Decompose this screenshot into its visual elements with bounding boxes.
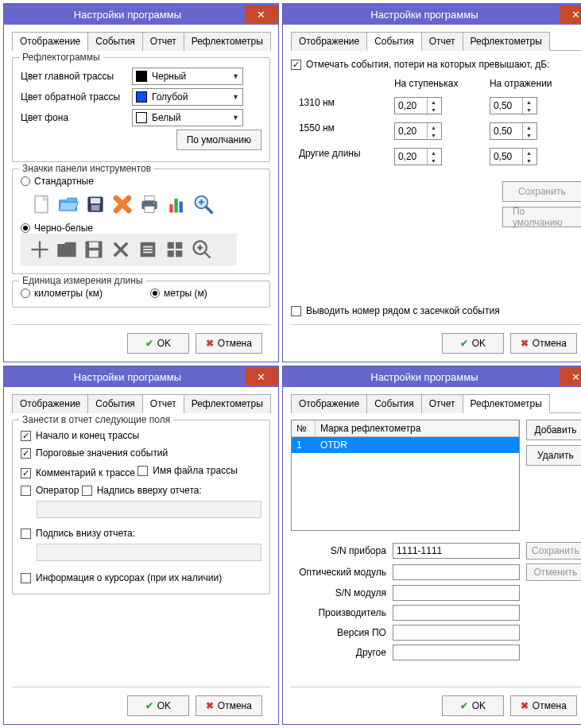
cancel-button[interactable]: ✖Отмена bbox=[510, 333, 577, 354]
checkbox-comment[interactable]: Комментарий к трассе bbox=[21, 467, 135, 478]
save-button[interactable]: Сохранить bbox=[502, 181, 581, 202]
delete-icon bbox=[110, 192, 135, 217]
spin-up-icon[interactable]: ▲ bbox=[428, 149, 440, 157]
delete-button[interactable]: Удалить bbox=[526, 445, 581, 466]
close-button[interactable]: ✕ bbox=[560, 368, 581, 385]
tab-refl[interactable]: Рефлектометры bbox=[463, 394, 550, 413]
spin-input[interactable] bbox=[395, 151, 427, 162]
spin-down-icon[interactable]: ▼ bbox=[523, 106, 535, 114]
svg-rect-30 bbox=[176, 250, 182, 257]
tab-events[interactable]: События bbox=[366, 394, 422, 413]
dropdown-main-color[interactable]: Черный ▼ bbox=[132, 68, 243, 85]
spinner-1550-refl[interactable]: ▲▼ bbox=[490, 122, 537, 140]
spin-input[interactable] bbox=[395, 100, 427, 111]
reflectometer-table[interactable]: № Марка рефлектометра 1 OTDR bbox=[291, 420, 520, 531]
dropdown-back-color[interactable]: Голубой ▼ bbox=[132, 88, 243, 106]
list-icon bbox=[137, 238, 159, 261]
input-version[interactable] bbox=[393, 625, 520, 641]
input-manufacturer[interactable] bbox=[393, 605, 520, 621]
svg-rect-5 bbox=[145, 196, 154, 201]
close-button[interactable]: ✕ bbox=[245, 6, 278, 23]
tab-refl[interactable]: Рефлектометры bbox=[463, 32, 550, 51]
table-row[interactable]: 1 OTDR bbox=[292, 437, 519, 453]
tab-report[interactable]: Отчет bbox=[142, 394, 184, 413]
checkbox-operator[interactable]: Оператор bbox=[21, 485, 79, 496]
radio-standard-icons[interactable]: Стандартные bbox=[21, 176, 94, 187]
titlebar[interactable]: Настройки программы ✕ bbox=[283, 4, 581, 25]
spin-down-icon[interactable]: ▼ bbox=[428, 106, 440, 114]
radio-km[interactable]: километры (км) bbox=[21, 288, 103, 299]
input-other[interactable] bbox=[393, 645, 520, 660]
defaults-button[interactable]: По умолчанию bbox=[176, 130, 261, 150]
tab-report[interactable]: Отчет bbox=[421, 394, 463, 413]
checkbox-cursor-info[interactable]: Информация о курсорах (при их наличии) bbox=[21, 572, 222, 583]
spinner-1310-refl[interactable]: ▲▼ bbox=[490, 97, 537, 114]
spin-input[interactable] bbox=[490, 126, 522, 137]
radio-bw-icons[interactable]: Черно-белые bbox=[21, 223, 93, 234]
spin-down-icon[interactable]: ▼ bbox=[523, 131, 535, 139]
tab-display[interactable]: Отображение bbox=[291, 394, 367, 413]
spin-down-icon[interactable]: ▼ bbox=[428, 131, 440, 139]
save-button[interactable]: Сохранить bbox=[526, 542, 581, 560]
ok-button[interactable]: ✔OK bbox=[442, 695, 504, 716]
checkbox-show-number[interactable]: Выводить номер рядом с засечкой события bbox=[291, 305, 581, 316]
titlebar[interactable]: Настройки программы ✕ bbox=[4, 366, 278, 387]
checkbox-filename[interactable]: Имя файла трассы bbox=[138, 465, 237, 476]
spin-up-icon[interactable]: ▲ bbox=[523, 98, 535, 106]
input-sn-device[interactable] bbox=[393, 543, 520, 559]
tab-display[interactable]: Отображение bbox=[12, 32, 88, 51]
radio-m[interactable]: метры (м) bbox=[150, 288, 207, 299]
dropdown-bg-color[interactable]: Белый ▼ bbox=[132, 109, 243, 126]
spinner-1310-step[interactable]: ▲▼ bbox=[394, 97, 442, 114]
tab-refl[interactable]: Рефлектометры bbox=[184, 32, 271, 51]
radio-label: метры (м) bbox=[164, 288, 207, 299]
cancel-button[interactable]: ✖Отмена bbox=[510, 695, 577, 716]
checkbox-label: Комментарий к трассе bbox=[36, 467, 135, 478]
tab-display[interactable]: Отображение bbox=[12, 394, 88, 413]
checkbox-start-end[interactable]: Начало и конец трассы bbox=[21, 430, 139, 441]
input-opt-module[interactable] bbox=[393, 564, 520, 580]
new-file-icon bbox=[29, 192, 54, 217]
input-sn-module[interactable] bbox=[393, 585, 520, 601]
add-button[interactable]: Добавить bbox=[526, 420, 581, 440]
cell-no: 1 bbox=[292, 437, 316, 453]
tab-display[interactable]: Отображение bbox=[291, 32, 367, 51]
defaults-button[interactable]: По умолчанию bbox=[502, 207, 581, 227]
tab-report[interactable]: Отчет bbox=[142, 32, 184, 51]
spinner-1550-step[interactable]: ▲▼ bbox=[394, 122, 442, 140]
radio-label: километры (км) bbox=[34, 288, 103, 299]
tab-events[interactable]: События bbox=[366, 32, 422, 51]
spinner-other-refl[interactable]: ▲▼ bbox=[490, 148, 537, 165]
tab-refl[interactable]: Рефлектометры bbox=[184, 394, 271, 413]
spin-input[interactable] bbox=[490, 151, 522, 162]
spin-up-icon[interactable]: ▲ bbox=[523, 123, 535, 131]
spin-input[interactable] bbox=[395, 126, 427, 137]
tab-events[interactable]: События bbox=[87, 394, 143, 413]
spin-up-icon[interactable]: ▲ bbox=[428, 98, 440, 106]
ok-button[interactable]: ✔OK bbox=[127, 333, 189, 354]
close-button[interactable]: ✕ bbox=[245, 368, 278, 385]
cancel-button[interactable]: ✖Отмена bbox=[196, 695, 262, 716]
checkbox-footer-text[interactable]: Подпись внизу отчета: bbox=[21, 528, 135, 539]
ok-button[interactable]: ✔OK bbox=[442, 333, 504, 354]
ok-button[interactable]: ✔OK bbox=[127, 695, 189, 716]
spin-down-icon[interactable]: ▼ bbox=[523, 157, 535, 165]
spin-input[interactable] bbox=[490, 100, 522, 111]
checkbox-header-text[interactable]: Надпись вверху отчета: bbox=[82, 485, 202, 496]
check-icon: ✔ bbox=[145, 338, 153, 349]
spin-up-icon[interactable]: ▲ bbox=[523, 149, 535, 157]
titlebar[interactable]: Настройки программы ✕ bbox=[283, 366, 581, 387]
revert-button[interactable]: Отменить bbox=[526, 563, 581, 581]
tab-report[interactable]: Отчет bbox=[421, 32, 463, 51]
close-button[interactable]: ✕ bbox=[560, 6, 581, 23]
checkbox-mark-events[interactable]: Отмечать события, потери на которых прев… bbox=[291, 59, 581, 70]
svg-rect-10 bbox=[174, 199, 177, 213]
spinner-other-step[interactable]: ▲▼ bbox=[394, 148, 442, 165]
radio-label: Черно-белые bbox=[34, 223, 93, 234]
spin-down-icon[interactable]: ▼ bbox=[428, 157, 440, 165]
tab-events[interactable]: События bbox=[87, 32, 143, 51]
cancel-button[interactable]: ✖Отмена bbox=[196, 333, 262, 354]
titlebar[interactable]: Настройки программы ✕ bbox=[4, 4, 278, 25]
checkbox-thresholds[interactable]: Пороговые значения событий bbox=[21, 447, 168, 459]
spin-up-icon[interactable]: ▲ bbox=[428, 123, 440, 131]
